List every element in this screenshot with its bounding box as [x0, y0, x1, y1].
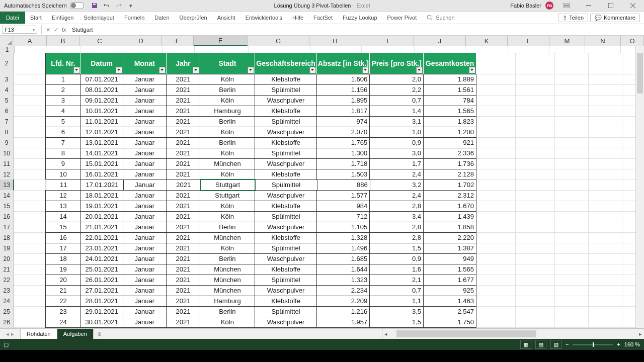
cell-absatz[interactable]: 974: [317, 116, 370, 127]
cell-kosten[interactable]: 1.677: [424, 275, 476, 286]
cell-kosten[interactable]: 1.565: [424, 106, 476, 117]
col-header-L[interactable]: L: [508, 36, 549, 46]
cell-datum[interactable]: 19.01.2021: [81, 201, 123, 212]
col-header-A[interactable]: A: [13, 36, 47, 46]
cell-kosten[interactable]: 1.387: [424, 243, 476, 254]
cell-lfd[interactable]: 23: [45, 306, 80, 317]
cell-preis[interactable]: 2,8: [370, 222, 424, 233]
cell-datum[interactable]: 07.01.2021: [81, 74, 123, 85]
cell-datum[interactable]: 12.01.2021: [81, 127, 123, 138]
cell-jahr[interactable]: 2021: [167, 222, 200, 233]
cell-preis[interactable]: 3,0: [370, 148, 424, 159]
sheet-tab-rohdaten[interactable]: Rohdaten: [21, 329, 57, 339]
col-header-K[interactable]: K: [466, 36, 508, 46]
cell-absatz[interactable]: 1.685: [317, 253, 370, 264]
cell-monat[interactable]: Januar: [123, 296, 167, 307]
cell-kosten[interactable]: 1.750: [424, 317, 476, 328]
cell-datum[interactable]: 22.01.2021: [81, 232, 123, 243]
cell-stadt[interactable]: Berlin: [200, 116, 255, 127]
cell-absatz[interactable]: 1.216: [317, 306, 370, 317]
add-sheet-button[interactable]: ⊕: [94, 329, 106, 339]
ribbon-tab-entwicklertools[interactable]: Entwicklertools: [240, 12, 287, 24]
cell-jahr[interactable]: 2021: [167, 253, 200, 264]
cell-preis[interactable]: 1,0: [370, 127, 424, 138]
cell-stadt[interactable]: Köln: [200, 127, 255, 138]
row-header[interactable]: 17: [0, 222, 14, 233]
table-header[interactable]: Lfd. Nr.: [45, 53, 80, 74]
cell-lfd[interactable]: 15: [45, 222, 80, 233]
cell-lfd[interactable]: 6: [45, 127, 80, 138]
cell-jahr[interactable]: 2021: [167, 306, 200, 317]
table-header[interactable]: Datum: [81, 53, 123, 74]
cell-preis[interactable]: 1,5: [370, 317, 424, 328]
cell-stadt[interactable]: Stuttgart: [200, 190, 255, 201]
cell-absatz[interactable]: 1.156: [317, 84, 370, 96]
cell-kosten[interactable]: 2.547: [424, 306, 476, 317]
cell-absatz[interactable]: 984: [317, 201, 370, 212]
cell-lfd[interactable]: 18: [45, 253, 80, 264]
cell-monat[interactable]: Januar: [123, 243, 167, 254]
cell-datum[interactable]: 28.01.2021: [81, 296, 123, 307]
cell-monat[interactable]: Januar: [123, 148, 167, 159]
cell-bereich[interactable]: Waschpulver: [255, 95, 317, 106]
cell-absatz[interactable]: 1.817: [317, 106, 370, 117]
cell-stadt[interactable]: Köln: [200, 243, 255, 254]
row-header[interactable]: 2: [0, 53, 14, 74]
vertical-scrollbar[interactable]: [635, 46, 644, 328]
cell-monat[interactable]: Januar: [123, 137, 167, 148]
cell-bereich[interactable]: Spülmittel: [255, 116, 317, 127]
page-break-view-button[interactable]: ▧: [550, 340, 561, 349]
cell-absatz[interactable]: 1.105: [317, 222, 370, 233]
cell-datum[interactable]: 20.01.2021: [81, 211, 123, 222]
col-header-M[interactable]: M: [549, 36, 585, 46]
cell-kosten[interactable]: 1.565: [424, 264, 476, 275]
cell-stadt[interactable]: München: [200, 232, 255, 243]
cell-bereich[interactable]: Klebstoffe: [255, 264, 317, 275]
cell-jahr[interactable]: 2021: [167, 275, 200, 286]
cell-monat[interactable]: Januar: [124, 179, 167, 191]
table-header[interactable]: Absatz [in Stk.]: [317, 53, 370, 74]
cell-jahr[interactable]: 2021: [167, 243, 200, 254]
row-header[interactable]: 7: [0, 116, 14, 127]
cell-lfd[interactable]: 8: [45, 148, 80, 159]
cell-jahr[interactable]: 2021: [167, 148, 200, 159]
cell-jahr[interactable]: 2021: [167, 95, 200, 106]
cell-absatz[interactable]: 1.577: [317, 190, 370, 201]
cell-monat[interactable]: Januar: [123, 169, 167, 180]
cell-kosten[interactable]: 1.823: [424, 116, 476, 127]
formula-input[interactable]: Stuttgart: [68, 27, 93, 33]
cell-absatz[interactable]: 1.957: [317, 317, 370, 328]
cell-kosten[interactable]: 1.463: [424, 296, 476, 307]
cell-kosten[interactable]: 2.312: [424, 190, 476, 201]
cell-jahr[interactable]: 2021: [167, 232, 200, 243]
row-header[interactable]: 8: [0, 127, 14, 138]
ribbon-tab-power pivot[interactable]: Power Pivot: [382, 12, 422, 24]
cell-absatz[interactable]: 1.323: [317, 275, 370, 286]
share-button[interactable]: ⇪Teilen: [558, 14, 588, 22]
cell-preis[interactable]: 1,1: [370, 296, 424, 307]
row-header[interactable]: 14: [0, 190, 14, 201]
ribbon-options-icon[interactable]: [557, 0, 576, 11]
cell-preis[interactable]: 2,1: [370, 275, 424, 286]
cell-stadt[interactable]: Köln: [200, 201, 255, 212]
cell-lfd[interactable]: 9: [45, 158, 80, 169]
search-box[interactable]: Suchen: [422, 12, 459, 24]
cell-bereich[interactable]: Spülmittel: [255, 211, 317, 222]
cell-datum[interactable]: 30.01.2021: [81, 317, 123, 328]
cell-stadt[interactable]: München: [200, 285, 255, 296]
cell-lfd[interactable]: 13: [45, 201, 80, 212]
cell-lfd[interactable]: 24: [45, 317, 80, 328]
cell-datum[interactable]: 18.01.2021: [81, 190, 123, 201]
cell-kosten[interactable]: 2.336: [424, 148, 476, 159]
cell-datum[interactable]: 17.01.2021: [81, 179, 123, 191]
cell-jahr[interactable]: 2021: [167, 179, 201, 191]
row-header[interactable]: 19: [0, 243, 14, 254]
avatar[interactable]: FB: [545, 2, 553, 10]
cell-stadt[interactable]: Köln: [200, 169, 255, 180]
cell-monat[interactable]: Januar: [123, 264, 167, 275]
cell-monat[interactable]: Januar: [123, 74, 167, 85]
normal-view-button[interactable]: ▦: [520, 340, 531, 349]
cell-kosten[interactable]: 1.702: [424, 179, 476, 191]
cell-lfd[interactable]: 21: [45, 285, 80, 296]
cell-bereich[interactable]: Waschpulver: [255, 222, 317, 233]
